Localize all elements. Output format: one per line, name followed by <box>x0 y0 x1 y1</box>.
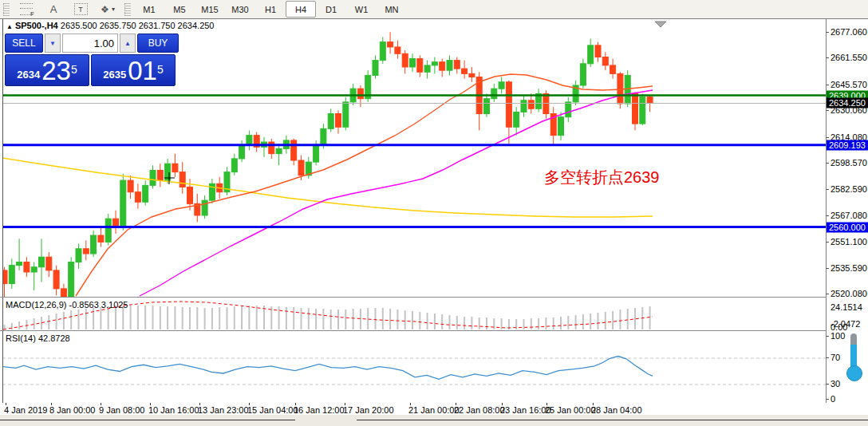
one-click-trading-panel: SELL ▼ 1.00 ▲ BUY 2634 23 5 2635 01 5 <box>5 34 179 86</box>
chart-left-border <box>2 19 3 404</box>
rsi-axis-label: 0 <box>831 394 835 404</box>
candle <box>276 148 282 153</box>
candle <box>566 102 571 117</box>
buy-price-panel[interactable]: 2635 01 5 <box>91 54 176 86</box>
candle <box>454 61 460 69</box>
sell-button[interactable]: SELL <box>5 34 43 53</box>
timeframe-button-w1[interactable]: W1 <box>346 1 377 18</box>
candle <box>447 61 452 71</box>
timeframe-button-m1[interactable]: M1 <box>134 1 164 18</box>
buy-price-main: 01 <box>128 59 157 83</box>
candle <box>269 142 274 154</box>
symbol-marker-icon: ▲ <box>6 23 13 30</box>
price-axis-tick <box>826 57 829 58</box>
candle <box>113 219 119 227</box>
buy-price-prefix: 2635 <box>103 67 126 83</box>
chart-area[interactable]: ▲SP500-,H4 2635.500 2635.750 2631.750 26… <box>0 19 868 415</box>
rsi-axis-tick <box>826 384 829 385</box>
candle <box>24 262 30 272</box>
label-tool-button[interactable]: T <box>67 1 94 18</box>
price-axis-tick <box>826 163 829 164</box>
candle <box>157 171 163 181</box>
candle <box>180 172 185 187</box>
date-label: 15 Jan 04:00 <box>247 405 298 415</box>
date-label: 9 Jan 08:00 <box>99 405 145 415</box>
price-tag: 2609.193 <box>827 140 868 150</box>
price-axis-label: 2582.590 <box>831 184 867 194</box>
arrows-tool-button[interactable]: ❖ ▾ <box>94 1 121 18</box>
price-axis-tick <box>826 242 829 243</box>
rsi-axis-tick <box>826 336 829 337</box>
rsi-pane-separator[interactable] <box>0 330 827 331</box>
price-axis-label: 2598.570 <box>831 158 867 168</box>
candle <box>462 69 468 73</box>
price-axis-label: 2551.100 <box>831 237 867 247</box>
rsi-indicator-label: RSI(14) 42.8728 <box>6 333 70 343</box>
symbol-name: SP500-,H4 <box>15 21 58 30</box>
sell-price-panel[interactable]: 2634 23 5 <box>5 54 89 86</box>
candle <box>528 101 534 108</box>
candle <box>491 89 497 99</box>
timeframe-button-h1[interactable]: H1 <box>255 1 286 18</box>
volume-increase-button[interactable]: ▲ <box>120 34 136 53</box>
volume-decrease-button[interactable]: ▼ <box>45 34 61 53</box>
candle <box>357 89 363 99</box>
sell-price-main: 23 <box>41 59 71 83</box>
price-axis-tick <box>826 268 829 269</box>
price-tag: 2634.250 <box>827 98 868 108</box>
timeframe-bar: M1M5M15M30H1H4D1W1MN <box>134 1 407 18</box>
candle <box>328 114 333 129</box>
fibonacci-tool-button[interactable]: F <box>13 1 40 18</box>
chevron-down-icon[interactable]: ▾ <box>112 6 115 13</box>
symbol-ohlc-line: ▲SP500-,H4 2635.500 2635.750 2631.750 26… <box>6 21 215 30</box>
ma-fast-magenta <box>140 90 653 296</box>
candle <box>558 117 564 136</box>
date-label: 17 Jan 20:00 <box>343 405 394 415</box>
timeframe-button-h4[interactable]: H4 <box>286 1 316 18</box>
date-label: 16 Jan 12:00 <box>294 405 345 415</box>
rsi-axis-label: 30 <box>831 379 840 389</box>
rsi-axis-label: 70 <box>831 353 840 362</box>
candle <box>373 61 378 76</box>
candle <box>588 45 594 64</box>
candle <box>231 159 237 172</box>
candle <box>336 114 341 128</box>
date-label: 13 Jan 23:00 <box>198 405 249 415</box>
candle <box>98 235 104 242</box>
date-label: 22 Jan 08:00 <box>454 405 505 415</box>
candle <box>580 64 586 85</box>
timeframe-button-mn[interactable]: MN <box>377 1 407 18</box>
buy-button[interactable]: BUY <box>137 34 179 53</box>
candle <box>9 266 14 284</box>
volume-input[interactable]: 1.00 <box>62 34 118 53</box>
buy-price-sup: 5 <box>157 55 164 84</box>
candle <box>298 160 304 176</box>
chart-shift-icon[interactable] <box>655 22 666 27</box>
candle <box>633 93 638 124</box>
candle <box>314 145 319 162</box>
rsi-pane-canvas[interactable] <box>2 331 826 403</box>
price-axis-tick <box>826 294 829 294</box>
date-label: 10 Jan 16:00 <box>148 405 199 415</box>
timeframe-button-d1[interactable]: D1 <box>316 1 346 18</box>
toolbar-grip[interactable] <box>3 3 10 16</box>
price-axis-tick <box>826 32 829 33</box>
candle <box>647 97 653 104</box>
price-axis-tick <box>826 85 829 85</box>
candle <box>202 200 207 215</box>
date-label: 25 Jan 00:00 <box>545 405 596 415</box>
candle <box>135 192 140 203</box>
macd-pane-separator[interactable] <box>0 297 827 298</box>
timeframe-button-m15[interactable]: M15 <box>195 1 225 18</box>
timeframe-button-m30[interactable]: M30 <box>225 1 255 18</box>
candle <box>39 257 45 267</box>
price-axis-tick <box>826 137 829 138</box>
timeframe-button-m5[interactable]: M5 <box>164 1 195 18</box>
candle <box>291 140 297 160</box>
price-axis-separator <box>826 19 827 415</box>
date-label: 4 Jan 2019 <box>4 405 47 415</box>
toolbar-grip[interactable] <box>124 3 131 16</box>
candle <box>105 219 111 242</box>
text-tool-button[interactable]: A <box>40 1 67 18</box>
candle <box>128 180 133 192</box>
